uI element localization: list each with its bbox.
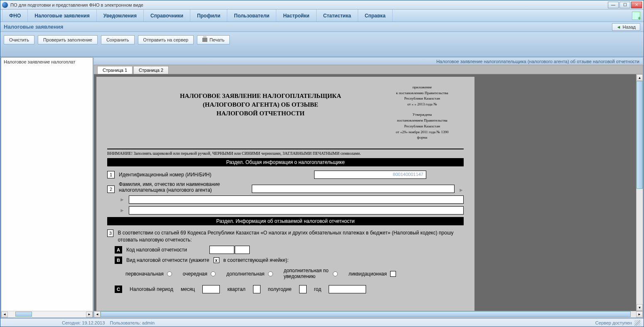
expand-right-icon[interactable]: ► bbox=[459, 187, 464, 193]
section-2-header: Раздел. Информация об отзываемой налогов… bbox=[107, 217, 464, 225]
opt-liquidation-label: ликвидационная bbox=[349, 271, 387, 277]
scroll-down-icon[interactable]: ▼ bbox=[637, 304, 643, 311]
status-date-label: Сегодня: bbox=[62, 320, 81, 325]
opt-regular-radio[interactable] bbox=[211, 271, 216, 276]
opt-additional-radio[interactable] bbox=[268, 271, 273, 276]
period-half-label: полугодие bbox=[268, 286, 292, 292]
row-b-letter: B bbox=[115, 256, 122, 264]
print-label: Печать bbox=[209, 37, 224, 42]
status-user-label: Пользователь: bbox=[110, 320, 141, 325]
maximize-button[interactable]: ☐ bbox=[619, 2, 630, 8]
status-date: 19.12.2013 bbox=[82, 320, 105, 325]
doc-scroll-right-icon[interactable]: ► bbox=[636, 311, 643, 317]
form-title: НАЛОГОВОЕ ЗАЯВЛЕНИЕ НАЛОГОПЛАТЕЛЬЩИКА (Н… bbox=[107, 85, 381, 118]
menu-settings[interactable]: Настройки bbox=[276, 10, 316, 22]
taxpayer-name-input-3[interactable] bbox=[129, 206, 464, 215]
row-b-label: Вид налоговой отчетности (укажите bbox=[126, 257, 209, 263]
menu-notifications[interactable]: Уведомления bbox=[97, 10, 144, 22]
status-server: Сервер доступен bbox=[595, 320, 632, 325]
x-marker-box: x bbox=[214, 257, 219, 263]
back-arrow-icon: ◄ bbox=[617, 24, 621, 29]
report-code-input-2[interactable] bbox=[235, 246, 250, 254]
resize-grip-icon[interactable] bbox=[634, 320, 640, 326]
doc-vscroll-thumb[interactable] bbox=[637, 81, 643, 189]
warning-text: ВНИМАНИЕ! Заполнять шариковой или перьев… bbox=[107, 151, 464, 156]
menubar: ФНО Налоговые заявления Уведомления Спра… bbox=[0, 10, 644, 22]
opt-additional-notif-radio[interactable] bbox=[333, 271, 338, 276]
tree-root-item[interactable]: Налоговое заявление налогоплат bbox=[1, 58, 93, 66]
scroll-right-icon[interactable]: ► bbox=[86, 312, 93, 317]
menu-tax-applications[interactable]: Налоговые заявления bbox=[28, 10, 96, 22]
row-b-label-2: в соответствующей ячейке): bbox=[224, 257, 289, 263]
menu-users[interactable]: Пользователи bbox=[227, 10, 276, 22]
row-a-label: Код налоговой отчетности bbox=[126, 247, 205, 253]
document-viewport: НАЛОГОВОЕ ЗАЯВЛЕНИЕ НАЛОГОПЛАТЕЛЬЩИКА (Н… bbox=[94, 74, 636, 311]
taxpayer-name-input-2[interactable] bbox=[129, 195, 464, 204]
tree-panel: Налоговое заявление налогоплат ◄ ► bbox=[1, 57, 93, 318]
tab-page-1[interactable]: Страница 1 bbox=[97, 66, 133, 74]
taxpayer-name-input-1[interactable] bbox=[252, 185, 455, 193]
row-1-number: 1 bbox=[107, 171, 115, 178]
add-window-icon[interactable] bbox=[632, 12, 640, 20]
opt-initial-label: первоначальная bbox=[125, 271, 164, 277]
doc-scroll-left-icon[interactable]: ◄ bbox=[94, 311, 101, 317]
period-quarter-label: квартал bbox=[227, 286, 246, 292]
row-c-label: Налоговый период bbox=[130, 286, 173, 292]
row-1-label: Идентификационный номер (ИИН/БИН) bbox=[119, 172, 310, 178]
scroll-left-icon[interactable]: ◄ bbox=[1, 312, 8, 317]
menu-profiles[interactable]: Профили bbox=[190, 10, 227, 22]
iin-bin-input[interactable]: 800140001147 bbox=[314, 171, 426, 179]
expand-right-icon-3[interactable]: ► bbox=[120, 207, 125, 213]
expand-right-icon-2[interactable]: ► bbox=[120, 197, 125, 203]
tab-page-2[interactable]: Страница 2 bbox=[133, 66, 169, 74]
scroll-up-icon[interactable]: ▲ bbox=[637, 74, 643, 81]
page-subtitle: Налоговые заявления bbox=[4, 24, 612, 30]
row-a-letter: A bbox=[115, 246, 122, 254]
print-button[interactable]: Печать bbox=[197, 35, 230, 44]
back-button[interactable]: ◄ Назад bbox=[612, 23, 640, 31]
appendix-block: приложение к постановлению Правительства… bbox=[381, 85, 464, 141]
opt-additional-notif-label: дополнительная по уведомлению bbox=[284, 268, 329, 279]
document-header-label: Налоговое заявление налогоплательщика (н… bbox=[93, 57, 643, 65]
doc-hscroll-thumb[interactable] bbox=[101, 311, 631, 317]
period-quarter-input[interactable] bbox=[253, 285, 261, 293]
check-fill-button[interactable]: Проверить заполнение bbox=[38, 35, 98, 44]
clear-button[interactable]: Очистить bbox=[4, 35, 34, 44]
row-3-number: 3 bbox=[107, 229, 113, 237]
period-month-label: месяц bbox=[181, 286, 195, 292]
doc-hscrollbar[interactable]: ◄ ► bbox=[93, 311, 643, 318]
opt-initial-radio[interactable] bbox=[167, 271, 172, 276]
opt-liquidation-check[interactable] bbox=[390, 271, 396, 277]
period-half-input[interactable] bbox=[299, 285, 307, 293]
tree-hscrollbar[interactable]: ◄ ► bbox=[1, 311, 93, 317]
save-button[interactable]: Сохранить bbox=[101, 35, 135, 44]
period-year-label: год bbox=[314, 286, 322, 292]
form-page: НАЛОГОВОЕ ЗАЯВЛЕНИЕ НАЛОГОПЛАТЕЛЬЩИКА (Н… bbox=[96, 77, 474, 311]
statusbar: Сегодня: 19.12.2013 Пользователь: admin … bbox=[0, 318, 644, 327]
row-c-letter: C bbox=[115, 286, 122, 293]
period-year-input[interactable] bbox=[329, 285, 366, 293]
page-tabs: Страница 1 Страница 2 bbox=[93, 65, 643, 74]
back-label: Назад bbox=[622, 24, 636, 29]
app-icon bbox=[2, 2, 8, 8]
print-icon bbox=[202, 38, 207, 42]
menu-fno[interactable]: ФНО bbox=[2, 10, 28, 22]
report-code-input-1[interactable] bbox=[209, 246, 234, 254]
subheader: Налоговые заявления ◄ Назад bbox=[0, 22, 644, 32]
send-server-button[interactable]: Отправить на сервер bbox=[138, 35, 194, 44]
minimize-button[interactable]: — bbox=[608, 2, 619, 8]
opt-regular-label: очередная bbox=[183, 271, 207, 277]
opt-additional-label: дополнительная bbox=[226, 271, 265, 277]
tree-hscroll-thumb[interactable] bbox=[15, 312, 32, 317]
menu-help[interactable]: Справка bbox=[358, 10, 393, 22]
close-button[interactable]: ✕ bbox=[631, 2, 642, 8]
period-month-input[interactable] bbox=[202, 285, 220, 293]
menu-directories[interactable]: Справочники bbox=[144, 10, 190, 22]
menu-statistics[interactable]: Статистика bbox=[317, 10, 358, 22]
status-user: admin bbox=[142, 320, 155, 325]
row-3-text: В соответствии со статьей 69 Кодекса Рес… bbox=[118, 229, 464, 244]
row-2-label-line2: налогоплательщика (налогового агента) bbox=[119, 187, 248, 193]
titlebar: ПО для подготовки и представления ФНО в … bbox=[0, 0, 644, 10]
window-title: ПО для подготовки и представления ФНО в … bbox=[10, 2, 608, 7]
doc-vscrollbar[interactable]: ▲ ▼ bbox=[636, 74, 643, 311]
